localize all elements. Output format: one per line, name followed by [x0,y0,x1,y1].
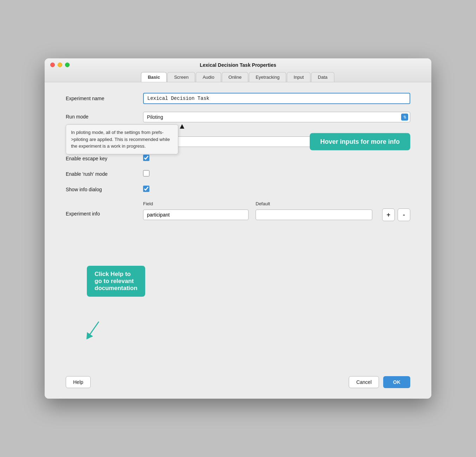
run-mode-tooltip: In piloting mode, all of the settings fr… [66,124,178,154]
experiment-name-control [143,93,410,104]
help-callout-text: Click Help to go to relevant documentati… [95,271,137,291]
hover-info-button[interactable]: Hover inputs for more info [310,133,410,150]
run-mode-select-wrapper: Piloting Running ⇅ [143,112,410,122]
info-dialog-control [143,186,410,193]
callout-arrow-icon [85,320,106,342]
experiment-name-row: Experiment name [66,93,410,104]
right-buttons: Cancel OK [349,376,410,388]
info-field-input[interactable] [143,210,249,220]
tab-input[interactable]: Input [287,72,310,82]
cancel-button[interactable]: Cancel [349,376,379,388]
experiment-info-label: Experiment info [66,201,143,217]
remove-info-button[interactable]: - [398,208,410,221]
run-mode-label: Run mode [66,112,143,120]
escape-key-control [143,155,410,162]
help-callout-container: Click Help to go to relevant documentati… [66,320,106,342]
info-default-header: Default [256,201,410,206]
escape-key-row: Enable escape key [66,155,410,162]
tab-eyetracking[interactable]: Eyetracking [249,72,286,82]
tab-data[interactable]: Data [311,72,334,82]
info-default-input[interactable] [256,210,372,220]
tab-screen[interactable]: Screen [167,72,195,82]
titlebar: Lexical Decision Task Properties Basic S… [45,58,431,82]
help-button[interactable]: Help [66,376,91,388]
add-info-button[interactable]: + [382,208,395,221]
info-table-row: + - [143,208,410,221]
svg-line-1 [88,322,99,337]
content-area: Experiment name Run mode Piloting Runnin… [45,82,431,399]
rush-mode-row: Enable 'rush' mode [66,170,410,178]
run-mode-row: Run mode Piloting Running ⇅ In piloting … [66,112,410,122]
tab-bar: Basic Screen Audio Online Eyetracking In… [141,72,335,82]
experiment-info-content: Field Default + - [143,201,410,221]
help-callout-bubble: Click Help to go to relevant documentati… [87,266,145,297]
escape-key-checkbox[interactable] [143,155,149,161]
info-table-header: Field Default [143,201,410,206]
info-dialog-label: Show info dialog [66,187,143,192]
info-dialog-checkbox[interactable] [143,186,149,192]
psychopy-version-control: ⇅ Hover inputs for more info [143,136,410,147]
info-buttons: + - [382,208,410,221]
run-mode-select[interactable]: Piloting Running [143,112,410,122]
tab-basic[interactable]: Basic [141,72,167,82]
experiment-info-section: Experiment info Field Default + - [66,201,410,221]
tab-audio[interactable]: Audio [196,72,221,82]
experiment-name-input[interactable] [143,93,410,104]
escape-key-label: Enable escape key [66,156,143,161]
rush-mode-checkbox[interactable] [143,170,149,176]
experiment-name-label: Experiment name [66,96,143,101]
window: Lexical Decision Task Properties Basic S… [45,58,431,399]
info-field-header: Field [143,201,249,206]
tab-online[interactable]: Online [222,72,249,82]
bottom-bar: Help Cancel OK [66,371,410,388]
rush-mode-label: Enable 'rush' mode [66,171,143,177]
rush-mode-control [143,170,410,178]
run-mode-control: Piloting Running ⇅ In piloting mode, all… [143,112,410,122]
info-dialog-row: Show info dialog [66,186,410,193]
cursor-arrow-icon: ▲ [178,122,186,131]
ok-button[interactable]: OK [383,376,410,388]
window-title: Lexical Decision Task Properties [50,62,426,68]
